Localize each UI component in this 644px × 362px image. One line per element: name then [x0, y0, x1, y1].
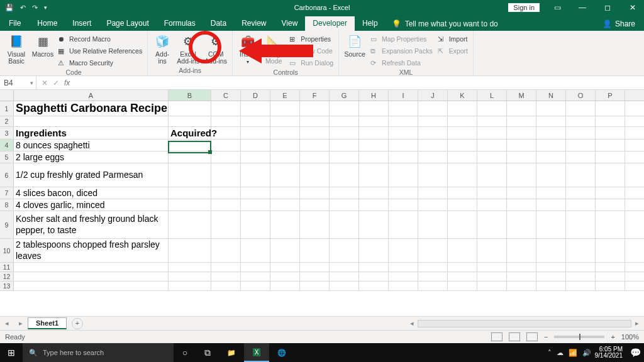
cell-E12[interactable] [270, 272, 300, 281]
column-header-J[interactable]: J [418, 90, 448, 101]
cell-D4[interactable] [241, 140, 270, 151]
column-header-C[interactable]: C [211, 90, 241, 101]
excel-addins-button[interactable]: ⚙Excel Add-ins [175, 32, 201, 65]
cell-I11[interactable] [389, 263, 418, 272]
cell-N11[interactable] [536, 263, 566, 272]
design-mode-button[interactable]: 📐Design Mode [262, 32, 286, 65]
row-header-2[interactable]: 2 [0, 116, 14, 126]
cell-E11[interactable] [270, 263, 300, 272]
com-addins-button[interactable]: ⚙COM Add-ins [203, 32, 228, 65]
cell-B3[interactable]: Acquired? [169, 127, 211, 139]
view-code-button[interactable]: ◧View Code [288, 45, 335, 57]
cell-D10[interactable] [241, 239, 270, 262]
undo-icon[interactable]: ↶ [20, 4, 26, 12]
insert-controls-button[interactable]: 🧰Insert▾ [236, 32, 259, 65]
cell-O1[interactable] [566, 101, 596, 116]
cell-C3[interactable] [211, 127, 241, 139]
cell-J9[interactable] [418, 211, 448, 238]
cell-A8[interactable]: 4 cloves garlic, minced [14, 199, 169, 211]
cell-I2[interactable] [389, 116, 418, 126]
cell-F1[interactable] [300, 101, 330, 116]
cell-C5[interactable] [211, 151, 241, 163]
cell-D3[interactable] [241, 127, 270, 139]
system-tray[interactable]: ˄ ☁ 📶 🔊 [548, 349, 595, 357]
cell-N12[interactable] [536, 272, 566, 281]
tab-developer[interactable]: Developer [305, 16, 355, 31]
cell-B7[interactable] [169, 187, 211, 199]
cell-H3[interactable] [359, 127, 389, 139]
cell-N8[interactable] [536, 199, 566, 211]
row-header-3[interactable]: 3 [0, 127, 14, 139]
page-layout-view-button[interactable] [509, 332, 520, 341]
cell-N3[interactable] [536, 127, 566, 139]
cell-K8[interactable] [448, 199, 477, 211]
cell-A11[interactable] [14, 263, 169, 272]
taskbar-clock[interactable]: 6:05 PM 9/14/2021 [595, 346, 627, 359]
cell-E10[interactable] [270, 239, 300, 262]
tell-me-search[interactable]: 💡 Tell me what you want to do [386, 17, 504, 31]
cell-P13[interactable] [596, 282, 625, 290]
minimize-button[interactable]: — [571, 3, 594, 12]
cell-D8[interactable] [241, 199, 270, 211]
macro-security-button[interactable]: ⚠Macro Security [57, 57, 143, 69]
cell-E1[interactable] [270, 101, 300, 116]
cell-L8[interactable] [477, 199, 507, 211]
cell-D12[interactable] [241, 272, 270, 281]
cell-L11[interactable] [477, 263, 507, 272]
cell-M9[interactable] [507, 211, 536, 238]
cell-L12[interactable] [477, 272, 507, 281]
zoom-out-button[interactable]: − [544, 333, 548, 341]
cell-F8[interactable] [300, 199, 330, 211]
page-break-view-button[interactable] [526, 332, 538, 341]
relative-references-button[interactable]: ▦Use Relative References [57, 45, 143, 57]
cancel-formula-icon[interactable]: ✕ [42, 79, 48, 87]
cell-D9[interactable] [241, 211, 270, 238]
cell-I1[interactable] [389, 101, 418, 116]
addins-button[interactable]: 🧊Add- ins [152, 32, 173, 65]
tab-formulas[interactable]: Formulas [157, 16, 203, 31]
taskbar-app-excel[interactable]: X [244, 343, 269, 362]
cell-P5[interactable] [596, 151, 625, 163]
taskbar-search[interactable]: 🔍Type here to search [23, 343, 174, 362]
tab-data[interactable]: Data [203, 16, 234, 31]
cell-N4[interactable] [536, 140, 566, 151]
cell-L7[interactable] [477, 187, 507, 199]
row-header-12[interactable]: 12 [0, 272, 14, 281]
cell-H4[interactable] [359, 140, 389, 151]
macros-button[interactable]: ▦ Macros [31, 32, 54, 58]
row-header-7[interactable]: 7 [0, 187, 14, 199]
row-header-5[interactable]: 5 [0, 151, 14, 163]
cell-J3[interactable] [418, 127, 448, 139]
cell-L10[interactable] [477, 239, 507, 262]
row-header-9[interactable]: 9 [0, 211, 14, 238]
cell-E8[interactable] [270, 199, 300, 211]
column-header-P[interactable]: P [596, 90, 625, 101]
cell-M7[interactable] [507, 187, 536, 199]
cell-J4[interactable] [418, 140, 448, 151]
tab-home[interactable]: Home [30, 16, 65, 31]
cell-A5[interactable]: 2 large eggs [14, 151, 169, 163]
start-button[interactable]: ⊞ [0, 348, 23, 358]
sheet-tab-sheet1[interactable]: Sheet1 [28, 317, 67, 329]
cell-C12[interactable] [211, 272, 241, 281]
cell-H2[interactable] [359, 116, 389, 126]
cell-D11[interactable] [241, 263, 270, 272]
map-properties-button[interactable]: ▭Map Properties [369, 33, 434, 45]
cell-K7[interactable] [448, 187, 477, 199]
cell-I10[interactable] [389, 239, 418, 262]
cell-H8[interactable] [359, 199, 389, 211]
cell-P11[interactable] [596, 263, 625, 272]
cell-I12[interactable] [389, 272, 418, 281]
cell-H7[interactable] [359, 187, 389, 199]
sign-in-button[interactable]: Sign in [508, 3, 540, 12]
cell-O9[interactable] [566, 211, 596, 238]
cell-F9[interactable] [300, 211, 330, 238]
cell-M1[interactable] [507, 101, 536, 116]
cell-G2[interactable] [330, 116, 359, 126]
cell-O13[interactable] [566, 282, 596, 290]
cell-C1[interactable] [211, 101, 241, 116]
column-header-E[interactable]: E [270, 90, 300, 101]
cell-B12[interactable] [169, 272, 211, 281]
cell-O3[interactable] [566, 127, 596, 139]
normal-view-button[interactable] [491, 332, 502, 341]
